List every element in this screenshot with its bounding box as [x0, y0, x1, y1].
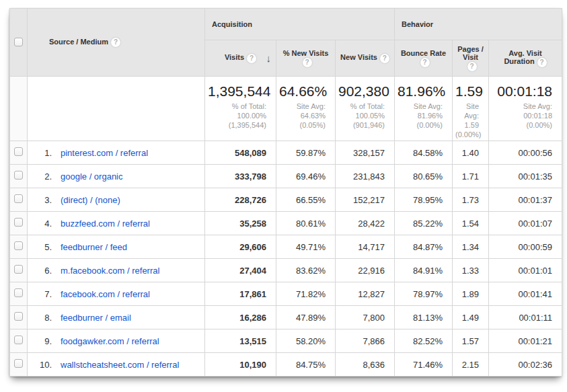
row-checkbox-cell — [10, 235, 28, 259]
row-checkbox[interactable] — [14, 312, 23, 321]
table-row: 1.pinterest.com / referral548,08959.87%3… — [10, 141, 562, 165]
pages-visit-value: 1.73 — [453, 188, 489, 212]
duration-total-value: 00:01:18 — [492, 83, 552, 100]
pages-visit-value: 1.57 — [453, 329, 489, 353]
table-row: 7.facebook.com / referral17,86171.82%12,… — [10, 282, 562, 306]
help-icon[interactable]: ? — [380, 54, 389, 63]
pages-visit-header-label: Pages / Visit — [457, 45, 484, 61]
row-index: 7. — [28, 289, 52, 299]
visits-value: 333,798 — [205, 165, 276, 188]
avg-duration-value: 00:01:41 — [489, 282, 562, 306]
new-visits-value: 8,636 — [336, 353, 395, 377]
bounce-rate-value: 81.13% — [395, 306, 453, 329]
acquisition-group-header: Acquisition — [205, 9, 395, 40]
table-row: 5.feedburner / feed29,60649.71%14,71784.… — [10, 235, 562, 259]
source-medium-link[interactable]: google / organic — [61, 171, 123, 182]
row-index: 8. — [28, 313, 52, 323]
pages-visit-value: 1.54 — [453, 212, 489, 235]
avg-duration-value: 00:01:35 — [489, 165, 562, 188]
source-cell: 8.feedburner / email — [28, 306, 205, 329]
row-index: 2. — [28, 171, 52, 182]
visits-value: 13,515 — [205, 329, 276, 353]
visits-value: 16,286 — [205, 306, 276, 329]
bounce-rate-column-header[interactable]: Bounce Rate? — [395, 40, 453, 77]
row-checkbox[interactable] — [14, 147, 23, 156]
pct-new-total-sub: Site Avg:64.63%(0.05%) — [279, 102, 326, 130]
visits-value: 17,861 — [205, 282, 276, 306]
row-checkbox[interactable] — [14, 359, 23, 368]
row-checkbox-cell — [10, 259, 28, 282]
pct-new-visits-value: 66.55% — [276, 188, 336, 212]
new-visits-value: 22,916 — [336, 259, 395, 282]
pct-new-visits-value: 58.20% — [276, 329, 336, 353]
bounce-total-value: 81.96% — [398, 83, 443, 100]
pages-visit-value: 1.49 — [453, 306, 489, 329]
source-cell: 1.pinterest.com / referral — [28, 141, 205, 165]
new-visits-value: 28,422 — [336, 212, 395, 235]
visits-value: 548,089 — [205, 141, 276, 165]
avg-duration-column-header[interactable]: Avg. Visit Duration? — [489, 40, 562, 77]
pages-visit-value: 1.89 — [453, 282, 489, 306]
pages-visit-column-header[interactable]: Pages / Visit? — [453, 40, 489, 77]
help-icon[interactable]: ? — [303, 58, 312, 67]
row-checkbox[interactable] — [14, 288, 23, 297]
source-medium-link[interactable]: (direct) / (none) — [61, 195, 120, 205]
new-visits-value: 7,866 — [336, 329, 395, 353]
row-index: 9. — [28, 336, 52, 346]
bounce-rate-value: 84.58% — [395, 141, 453, 165]
row-checkbox[interactable] — [14, 171, 23, 180]
bounce-rate-header-label: Bounce Rate — [401, 49, 446, 57]
row-checkbox[interactable] — [14, 336, 23, 344]
group-header-row: Source / Medium? Acquisition Behavior — [10, 9, 562, 40]
bounce-total-cell: 81.96% Site Avg:81.96%(0.00%) — [395, 77, 453, 141]
source-medium-link[interactable]: buzzfeed.com / referral — [61, 219, 150, 229]
new-visits-total-sub: % of Total:100.05%(901,946) — [338, 102, 385, 130]
visits-total-value: 1,395,544 — [208, 83, 266, 100]
source-medium-header-label: Source / Medium — [49, 38, 108, 46]
new-visits-value: 12,827 — [336, 282, 395, 306]
new-visits-column-header[interactable]: New Visits? — [336, 40, 395, 77]
source-medium-link[interactable]: foodgawker.com / referral — [61, 336, 159, 346]
help-icon[interactable]: ? — [247, 54, 256, 63]
row-checkbox-cell — [10, 188, 28, 212]
visits-value: 10,190 — [205, 353, 276, 377]
row-index: 3. — [28, 195, 52, 205]
source-medium-link[interactable]: feedburner / feed — [61, 242, 127, 252]
source-cell: 9.foodgawker.com / referral — [28, 329, 205, 353]
source-medium-header[interactable]: Source / Medium? — [28, 9, 205, 77]
new-visits-value: 231,843 — [336, 165, 395, 188]
table-row: 9.foodgawker.com / referral13,51558.20%7… — [10, 329, 562, 353]
new-visits-total-value: 902,380 — [338, 83, 385, 100]
help-icon[interactable]: ? — [111, 38, 120, 47]
source-cell: 3.(direct) / (none) — [28, 188, 205, 212]
source-medium-link[interactable]: m.facebook.com / referral — [61, 266, 159, 276]
pages-total-sub: Site Avg:1.59(0.00%) — [455, 102, 479, 139]
avg-duration-header-label: Avg. Visit Duration — [504, 49, 541, 65]
bounce-rate-value: 80.65% — [395, 165, 453, 188]
source-cell: 2.google / organic — [28, 165, 205, 188]
table-row: 10.wallstcheatsheet.com / referral10,190… — [10, 353, 562, 377]
avg-duration-value: 00:01:21 — [489, 329, 562, 353]
sort-descending-icon[interactable]: ↓ — [266, 52, 272, 64]
help-icon[interactable]: ? — [537, 58, 547, 67]
source-medium-link[interactable]: facebook.com / referral — [61, 289, 150, 299]
source-medium-link[interactable]: wallstcheatsheet.com / referral — [61, 360, 179, 370]
pages-visit-value: 1.40 — [453, 141, 489, 165]
help-icon[interactable]: ? — [420, 58, 430, 67]
select-all-checkbox[interactable] — [14, 38, 23, 46]
visits-header-label: Visits — [225, 53, 244, 61]
avg-duration-value: 00:02:36 — [489, 353, 562, 377]
row-checkbox[interactable] — [14, 218, 23, 227]
visits-column-header[interactable]: Visits? ↓ — [205, 40, 276, 77]
source-medium-link[interactable]: feedburner / email — [61, 313, 131, 323]
source-cell: 7.facebook.com / referral — [28, 282, 205, 306]
row-checkbox[interactable] — [14, 194, 23, 203]
source-medium-link[interactable]: pinterest.com / referral — [61, 148, 148, 158]
pct-new-total-cell: 64.66% Site Avg:64.63%(0.05%) — [276, 77, 336, 141]
new-visits-header-label: New Visits — [340, 53, 377, 61]
pct-new-visits-column-header[interactable]: % New Visits? — [276, 40, 336, 77]
bounce-rate-value: 71.46% — [395, 353, 453, 377]
row-checkbox[interactable] — [14, 241, 23, 250]
row-checkbox[interactable] — [14, 265, 23, 274]
help-icon[interactable]: ? — [467, 62, 477, 71]
